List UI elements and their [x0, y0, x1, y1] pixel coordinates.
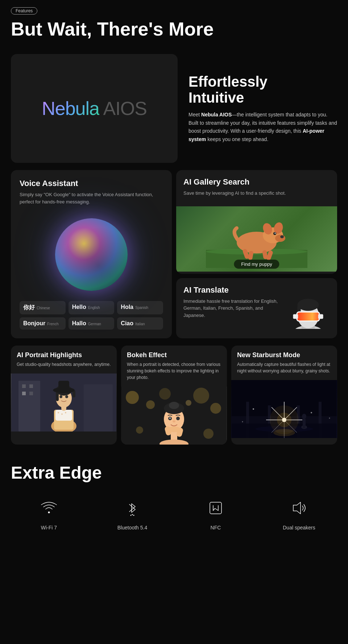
- svg-point-9: [275, 232, 276, 234]
- svg-point-85: [270, 405, 299, 434]
- svg-point-7: [280, 235, 284, 238]
- svg-point-93: [48, 512, 50, 513]
- svg-point-88: [242, 421, 243, 422]
- language-grid: 你好 Chinese Hello English Hola Spanish Bo…: [20, 301, 163, 330]
- lang-tag-french: Bonjour French: [20, 317, 66, 330]
- feature-wifi: Wi-Fi 7: [11, 497, 87, 531]
- vr-headset-illustration: [286, 285, 330, 329]
- portrait-image: [11, 373, 117, 432]
- gallery-search-card: AI Gallery Search Save time by leveragin…: [176, 170, 337, 274]
- bokeh-illustration: [121, 387, 227, 445]
- svg-point-62: [173, 420, 175, 422]
- svg-point-47: [146, 400, 155, 409]
- starburst-card: New Starburst Mode Automatically capture…: [231, 346, 337, 445]
- starburst-desc: Automatically capture beautiful flashes …: [237, 361, 331, 374]
- ai-translate-card: AI Translate Immediate hassle free trans…: [176, 278, 337, 338]
- svg-rect-27: [29, 384, 33, 388]
- voice-orb-container: [20, 211, 163, 298]
- extra-edge-section: Extra Edge Wi-Fi 7: [0, 455, 348, 541]
- lang-tag-english: Hello English: [69, 301, 115, 314]
- features-badge: Features: [11, 7, 37, 15]
- svg-rect-26: [22, 384, 26, 388]
- translate-title: AI Translate: [183, 285, 281, 295]
- voice-assistant-card: Voice Assistant Simply say "OK Google" t…: [11, 170, 172, 338]
- svg-point-6: [275, 235, 285, 242]
- nfc-label: NFC: [211, 525, 221, 531]
- svg-point-86: [253, 408, 254, 410]
- svg-rect-22: [318, 314, 323, 319]
- portrait-desc: Get studio-quality headshots anywhere, a…: [17, 361, 111, 368]
- translate-image: [286, 285, 330, 329]
- svg-point-44: [65, 395, 68, 398]
- svg-point-96: [133, 515, 134, 516]
- bluetooth-icon: [121, 497, 143, 519]
- nebula-word: Nebula: [42, 98, 99, 119]
- svg-point-95: [130, 515, 132, 516]
- svg-point-35: [65, 412, 66, 413]
- feature-nfc: NFC: [178, 497, 254, 531]
- bluetooth-label: Bluetooth 5.4: [117, 525, 148, 531]
- svg-point-53: [159, 388, 171, 400]
- nfc-icon: [205, 497, 227, 519]
- svg-point-34: [61, 413, 63, 415]
- nebula-section: Nebula AIOS Effortlessly Intuitive Meet …: [11, 54, 337, 163]
- corgi-illustration: [206, 210, 307, 268]
- extra-edge-title: Extra Edge: [11, 463, 337, 483]
- svg-marker-98: [293, 502, 301, 514]
- svg-point-43: [59, 395, 62, 398]
- svg-rect-28: [22, 392, 26, 395]
- middle-grid: Voice Assistant Simply say "OK Google" t…: [11, 170, 337, 338]
- svg-point-33: [58, 412, 59, 413]
- svg-point-48: [193, 388, 209, 404]
- svg-point-92: [302, 414, 306, 419]
- svg-rect-91: [303, 418, 306, 428]
- feature-bluetooth: Bluetooth 5.4: [94, 497, 170, 531]
- gallery-desc: Save time by leveraging AI to find a spe…: [183, 190, 330, 197]
- gallery-search-label: Find my puppy: [234, 260, 279, 269]
- bottom-feature-grid: AI Portrait Highlights Get studio-qualit…: [11, 346, 337, 445]
- svg-rect-25: [84, 384, 113, 432]
- portrait-card: AI Portrait Highlights Get studio-qualit…: [11, 346, 117, 445]
- svg-rect-32: [55, 410, 72, 421]
- nebula-card: Nebula AIOS: [11, 54, 178, 163]
- top-section: Features But Wait, There's More: [0, 0, 348, 50]
- speakers-label: Dual speakers: [283, 525, 315, 531]
- svg-rect-97: [210, 502, 221, 514]
- bokeh-card: Bokeh Effect When a portrait is detected…: [121, 346, 227, 445]
- svg-point-49: [210, 403, 221, 414]
- feature-speakers: Dual speakers: [261, 497, 337, 531]
- nebula-logo: Nebula AIOS: [42, 98, 147, 119]
- starburst-title: New Starburst Mode: [237, 351, 331, 359]
- svg-point-52: [186, 400, 191, 406]
- bokeh-desc: When a portrait is detected, choose from…: [127, 361, 221, 381]
- svg-rect-21: [293, 314, 298, 319]
- wifi-icon: [38, 497, 60, 519]
- nebula-heading: Effortlessly Intuitive: [188, 74, 337, 106]
- starburst-illustration: [232, 380, 337, 438]
- gallery-title: AI Gallery Search: [183, 177, 330, 187]
- portrait-illustration: [11, 373, 116, 432]
- wifi-label: Wi-Fi 7: [41, 525, 57, 531]
- voice-assistant-desc: Simply say "OK Google" to activate the V…: [20, 191, 163, 205]
- speaker-icon: [288, 497, 310, 519]
- lang-tag-chinese: 你好 Chinese: [20, 301, 66, 314]
- svg-point-60: [176, 417, 180, 420]
- svg-rect-42: [58, 381, 69, 391]
- svg-point-58: [169, 402, 179, 409]
- svg-point-50: [136, 426, 143, 434]
- lang-tag-spanish: Hola Spanish: [117, 301, 163, 314]
- bokeh-image: [121, 387, 227, 445]
- gallery-image: Find my puppy: [176, 206, 337, 272]
- features-row: Wi-Fi 7 Bluetooth 5.4 NFC: [11, 497, 337, 531]
- svg-rect-24: [18, 381, 40, 432]
- lang-tag-german: Hallo German: [69, 317, 115, 330]
- svg-point-94: [132, 514, 133, 515]
- svg-rect-29: [29, 392, 33, 395]
- svg-point-46: [126, 391, 139, 404]
- svg-point-51: [203, 429, 214, 439]
- voice-assistant-title: Voice Assistant: [20, 179, 163, 188]
- svg-point-61: [169, 417, 171, 419]
- nebula-description: Meet Nebula AIOS—the intelligent system …: [188, 111, 337, 143]
- svg-point-87: [311, 412, 312, 413]
- bokeh-title: Bokeh Effect: [127, 351, 221, 359]
